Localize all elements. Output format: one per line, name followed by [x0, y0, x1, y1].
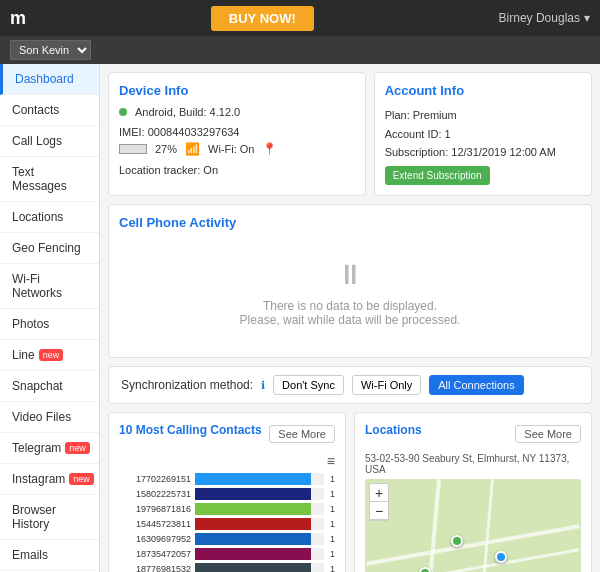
new-badge-12: new: [69, 473, 94, 485]
bar-fill-0: [195, 473, 311, 485]
bar-count-1: 1: [330, 489, 335, 499]
location-status: Location tracker: On: [119, 164, 218, 176]
map-pin-4: [495, 551, 507, 563]
bar-fill-3: [195, 518, 311, 530]
extend-subscription-button[interactable]: Extend Subscription: [385, 166, 490, 185]
activity-empty-state: ⏸ There is no data to be displayed. Plea…: [119, 238, 581, 347]
bottom-cards: 10 Most Calling Contacts See More ≡ 1770…: [108, 412, 592, 572]
map-zoom-out-button[interactable]: −: [370, 502, 388, 520]
wifi-only-button[interactable]: Wi-Fi Only: [352, 375, 421, 395]
top-cards: Device Info Android, Build: 4.12.0 IMEI:…: [108, 72, 592, 196]
buy-now-button[interactable]: BUY NOW!: [211, 6, 314, 31]
imei-info: IMEI: 000844033297634: [119, 126, 240, 138]
cell-phone-activity-card: Cell Phone Activity ⏸ There is no data t…: [108, 204, 592, 358]
cell-phone-activity-title: Cell Phone Activity: [119, 215, 581, 230]
device-os-row: Android, Build: 4.12.0 IMEI: 00084403329…: [119, 106, 355, 138]
locations-card: Locations See More 53-02-53-90 Seabury S…: [354, 412, 592, 572]
content-area: Device Info Android, Build: 4.12.0 IMEI:…: [100, 64, 600, 572]
map-background: [365, 479, 581, 572]
account-details: Plan: Premium Account ID: 1 Subscription…: [385, 106, 581, 162]
os-info: Android, Build: 4.12.0: [135, 106, 240, 118]
empty-message: There is no data to be displayed.: [119, 299, 581, 313]
bar-count-4: 1: [330, 534, 335, 544]
bar-count-0: 1: [330, 474, 335, 484]
sidebar: DashboardContactsCall LogsText MessagesL…: [0, 64, 100, 572]
sync-info-icon[interactable]: ℹ: [261, 379, 265, 392]
sidebar-item-photos-7[interactable]: Photos: [0, 309, 99, 340]
map-controls: + −: [369, 483, 389, 521]
sidebar-item-line-8[interactable]: Linenew: [0, 340, 99, 371]
sidebar-item-instagram-12[interactable]: Instagramnew: [0, 464, 99, 495]
pause-icon: ⏸: [119, 258, 581, 291]
bar-count-5: 1: [330, 549, 335, 559]
map-pin-2: [419, 567, 431, 572]
calling-contacts-title: 10 Most Calling Contacts: [119, 423, 262, 437]
sidebar-item-wi-fi-networks-6[interactable]: Wi-Fi Networks: [0, 264, 99, 309]
account-info-title: Account Info: [385, 83, 581, 98]
wifi-icon: 📶: [185, 142, 200, 156]
map-road-1: [366, 524, 579, 565]
bar-count-3: 1: [330, 519, 335, 529]
sidebar-item-telegram-11[interactable]: Telegramnew: [0, 433, 99, 464]
bar-label-5: 18735472057: [119, 549, 191, 559]
sidebar-item-video-files-10[interactable]: Video Files: [0, 402, 99, 433]
map-road-3: [423, 479, 441, 572]
bar-fill-2: [195, 503, 311, 515]
bar-row-0: 177022691511: [119, 473, 335, 485]
all-connections-button[interactable]: All Connections: [429, 375, 523, 395]
map-zoom-in-button[interactable]: +: [370, 484, 388, 502]
bar-row-5: 187354720571: [119, 548, 335, 560]
new-badge-8: new: [39, 349, 64, 361]
locations-see-more-button[interactable]: See More: [515, 425, 581, 443]
sidebar-item-text-messages-3[interactable]: Text Messages: [0, 157, 99, 202]
sidebar-item-contacts-1[interactable]: Contacts: [0, 95, 99, 126]
bar-label-1: 15802225731: [119, 489, 191, 499]
bar-label-0: 17702269151: [119, 474, 191, 484]
calling-contacts-header: 10 Most Calling Contacts See More: [119, 423, 335, 445]
bar-count-2: 1: [330, 504, 335, 514]
bar-row-4: 163096979521: [119, 533, 335, 545]
bar-fill-1: [195, 488, 311, 500]
sidebar-item-locations-4[interactable]: Locations: [0, 202, 99, 233]
wifi-status: Wi-Fi: On: [208, 143, 254, 155]
bar-row-2: 197968718161: [119, 503, 335, 515]
bar-row-6: 187769815321: [119, 563, 335, 572]
sidebar-item-emails-14[interactable]: Emails: [0, 540, 99, 571]
bar-container-3: [195, 518, 324, 530]
bar-fill-4: [195, 533, 311, 545]
sidebar-item-browser-history-13[interactable]: Browser History: [0, 495, 99, 540]
sync-label: Synchronization method:: [121, 378, 253, 392]
bar-container-2: [195, 503, 324, 515]
sidebar-item-geo-fencing-5[interactable]: Geo Fencing: [0, 233, 99, 264]
calling-contacts-card: 10 Most Calling Contacts See More ≡ 1770…: [108, 412, 346, 572]
device-status-row: 27% 📶 Wi-Fi: On 📍 Location tracker: On: [119, 142, 355, 176]
android-dot: [119, 108, 127, 116]
bar-label-6: 18776981532: [119, 564, 191, 572]
bar-row-1: 158022257311: [119, 488, 335, 500]
bar-fill-6: [195, 563, 311, 572]
user-info: Birney Douglas ▾: [499, 11, 590, 25]
calling-see-more-button[interactable]: See More: [269, 425, 335, 443]
map-road-4: [477, 479, 494, 572]
user-dropdown-arrow[interactable]: ▾: [584, 11, 590, 25]
account-id-text: Account ID: 1: [385, 125, 581, 144]
bar-row-3: 154457238111: [119, 518, 335, 530]
location-address: 53-02-53-90 Seabury St, Elmhurst, NY 113…: [365, 453, 581, 475]
sync-method-card: Synchronization method: ℹ Don't Sync Wi-…: [108, 366, 592, 404]
account-info-card: Account Info Plan: Premium Account ID: 1…: [374, 72, 592, 196]
bar-chart: 1770226915111580222573111979687181611544…: [119, 473, 335, 572]
bar-label-2: 19796871816: [119, 504, 191, 514]
bar-chart-menu-icon[interactable]: ≡: [119, 453, 335, 469]
sidebar-item-call-logs-2[interactable]: Call Logs: [0, 126, 99, 157]
top-nav: m BUY NOW! Birney Douglas ▾: [0, 0, 600, 36]
sidebar-item-snapchat-9[interactable]: Snapchat: [0, 371, 99, 402]
main-layout: DashboardContactsCall LogsText MessagesL…: [0, 64, 600, 572]
bar-fill-5: [195, 548, 311, 560]
locations-header: Locations See More: [365, 423, 581, 445]
wait-message: Please, wait while data will be processe…: [119, 313, 581, 327]
dont-sync-button[interactable]: Don't Sync: [273, 375, 344, 395]
sidebar-item-dashboard-0[interactable]: Dashboard: [0, 64, 99, 95]
user-name: Birney Douglas: [499, 11, 580, 25]
battery-percent: 27%: [155, 143, 177, 155]
user-select[interactable]: Son Kevin: [10, 40, 91, 60]
